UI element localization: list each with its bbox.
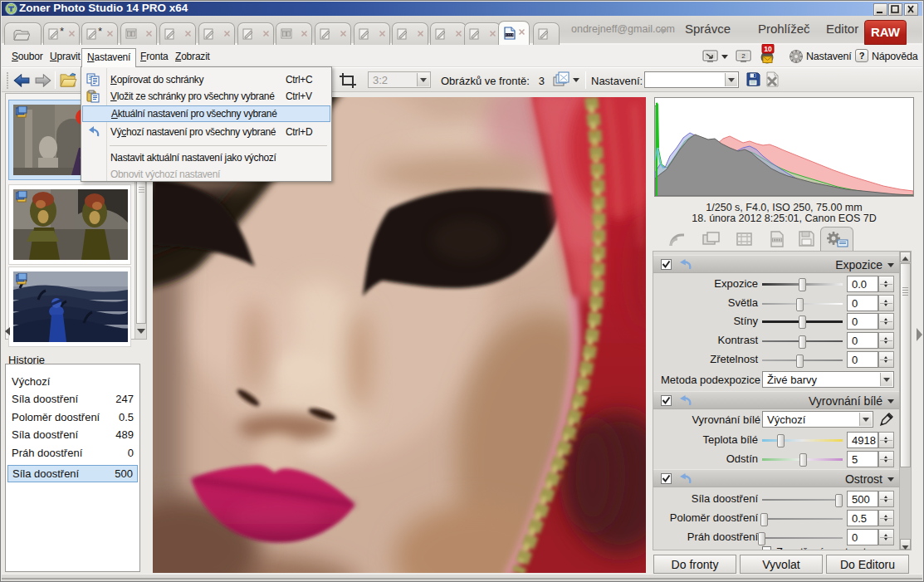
svg-text:10: 10 [764,45,772,53]
svg-text:2: 2 [741,52,746,60]
